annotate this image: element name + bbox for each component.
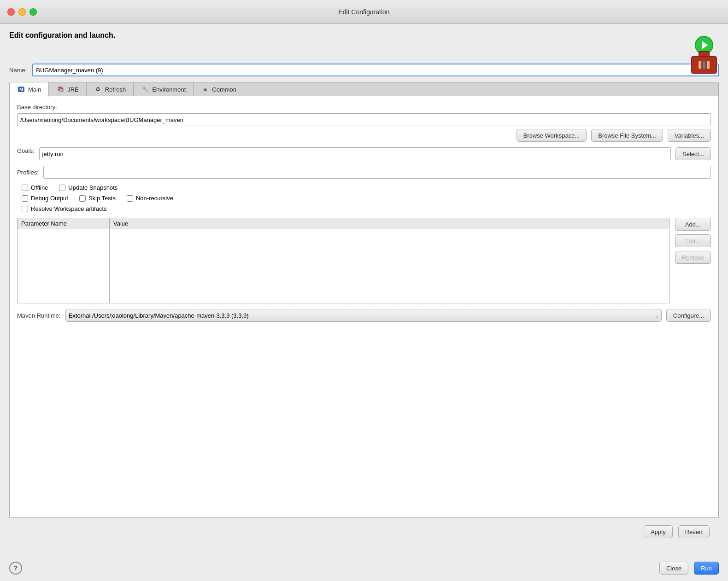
debug-output-checkbox[interactable] xyxy=(22,195,28,202)
checkbox-row-2: Debug Output Skip Tests Non-recursive xyxy=(22,195,711,202)
tab-refresh-label: Refresh xyxy=(105,86,126,93)
minimize-window-btn[interactable] xyxy=(18,8,26,16)
tab-common-label: Common xyxy=(212,86,236,93)
tab-refresh[interactable]: ♻ Refresh xyxy=(87,82,134,96)
debug-output-checkbox-item[interactable]: Debug Output xyxy=(22,195,68,202)
add-param-btn[interactable]: Add... xyxy=(675,218,711,231)
header-title: Edit configuration and launch. xyxy=(9,31,115,40)
toolbox-icon xyxy=(691,56,717,74)
window-title: Edit Configuration xyxy=(338,8,389,16)
params-action-buttons: Add... Edit... Remove xyxy=(675,218,711,303)
param-col-name-header: Parameter Name xyxy=(18,218,110,229)
maven-runtime-select[interactable]: External /Users/xiaolong/Library/Maven/a… xyxy=(65,309,662,322)
offline-checkbox-item[interactable]: Offline xyxy=(22,184,48,191)
update-snapshots-label: Update Snapshots xyxy=(68,184,117,191)
help-icon: ? xyxy=(14,564,18,572)
parameters-section: Parameter Name Value Add... Edit... Remo… xyxy=(17,218,711,303)
base-directory-input[interactable] xyxy=(17,113,711,126)
skip-tests-checkbox[interactable] xyxy=(79,195,86,202)
tab-main-label: Main xyxy=(28,86,41,93)
jre-tab-icon: 📚 xyxy=(56,85,65,93)
dialog-body: Name: M Main 📚 JRE ♻ Refresh 🔧 Environme… xyxy=(0,64,728,555)
name-row: Name: xyxy=(9,64,719,76)
non-recursive-label: Non-recursive xyxy=(136,195,173,202)
params-name-col xyxy=(18,229,110,303)
debug-output-label: Debug Output xyxy=(31,195,68,202)
resolve-workspace-checkbox-item[interactable]: Resolve Workspace artifacts xyxy=(22,205,107,212)
browse-filesystem-btn[interactable]: Browse File System... xyxy=(591,129,663,142)
skip-tests-checkbox-item[interactable]: Skip Tests xyxy=(79,195,116,202)
footer: ? Close Run xyxy=(0,555,728,581)
apply-btn[interactable]: Apply xyxy=(644,525,673,538)
bottom-buttons: Apply Revert xyxy=(9,518,719,546)
param-col-value-header: Value xyxy=(110,218,669,229)
goals-input[interactable] xyxy=(39,147,671,160)
tab-common[interactable]: ≡ Common xyxy=(194,82,244,96)
main-content: Edit configuration and launch. Name: xyxy=(0,24,728,555)
update-snapshots-checkbox[interactable] xyxy=(59,185,65,191)
params-table-header: Parameter Name Value xyxy=(18,218,669,229)
header-area: Edit configuration and launch. xyxy=(0,24,728,64)
parameters-table: Parameter Name Value xyxy=(17,218,669,303)
non-recursive-checkbox-item[interactable]: Non-recursive xyxy=(127,195,173,202)
tab-main[interactable]: M Main xyxy=(10,82,49,97)
non-recursive-checkbox[interactable] xyxy=(127,195,133,202)
revert-btn[interactable]: Revert xyxy=(678,525,710,538)
tab-jre[interactable]: 📚 JRE xyxy=(49,82,87,96)
checkbox-row-1: Offline Update Snapshots xyxy=(22,184,711,191)
update-snapshots-checkbox-item[interactable]: Update Snapshots xyxy=(59,184,117,191)
close-window-btn[interactable] xyxy=(7,8,15,16)
name-input[interactable] xyxy=(32,64,719,76)
maven-runtime-row: Maven Runtime: External /Users/xiaolong/… xyxy=(17,309,711,322)
tab-environment[interactable]: 🔧 Environment xyxy=(134,82,194,96)
environment-tab-icon: 🔧 xyxy=(141,85,149,93)
remove-param-btn[interactable]: Remove xyxy=(675,251,711,264)
maven-runtime-label: Maven Runtime: xyxy=(17,312,61,319)
maven-runtime-wrapper: External /Users/xiaolong/Library/Maven/a… xyxy=(65,309,662,322)
window-controls xyxy=(7,8,37,16)
checkbox-row-3: Resolve Workspace artifacts xyxy=(22,205,711,212)
common-tab-icon: ≡ xyxy=(201,85,209,93)
run-btn[interactable]: Run xyxy=(694,562,719,575)
main-tab-icon: M xyxy=(17,85,25,93)
goals-row: Goals: Select... xyxy=(17,147,711,160)
checkboxes-section: Offline Update Snapshots Debug Output Sk… xyxy=(17,184,711,212)
profiles-input[interactable] xyxy=(43,166,711,179)
title-bar: Edit Configuration xyxy=(0,0,728,24)
browse-workspace-btn[interactable]: Browse Workspace... xyxy=(517,129,587,142)
profiles-row: Profiles: xyxy=(17,166,711,179)
refresh-tab-icon: ♻ xyxy=(94,85,102,93)
offline-checkbox[interactable] xyxy=(22,185,28,191)
browse-row: Browse Workspace... Browse File System..… xyxy=(17,129,711,142)
select-goals-btn[interactable]: Select... xyxy=(675,147,711,160)
edit-param-btn[interactable]: Edit... xyxy=(675,234,711,247)
base-directory-label: Base directory: xyxy=(17,104,711,110)
params-value-col xyxy=(110,229,669,303)
resolve-workspace-checkbox[interactable] xyxy=(22,206,28,212)
variables-btn[interactable]: Variables... xyxy=(668,129,711,142)
skip-tests-label: Skip Tests xyxy=(88,195,116,202)
help-button[interactable]: ? xyxy=(9,562,22,575)
goals-label: Goals: xyxy=(17,147,35,154)
profiles-label: Profiles: xyxy=(17,169,39,176)
header-icons xyxy=(691,36,714,59)
tab-content-main: Base directory: Browse Workspace... Brow… xyxy=(9,96,719,518)
tab-jre-label: JRE xyxy=(67,86,79,93)
resolve-workspace-label: Resolve Workspace artifacts xyxy=(31,205,107,212)
close-btn[interactable]: Close xyxy=(659,562,688,575)
tab-environment-label: Environment xyxy=(152,86,186,93)
tab-bar: M Main 📚 JRE ♻ Refresh 🔧 Environment ≡ C… xyxy=(9,82,719,96)
footer-right-buttons: Close Run xyxy=(659,562,719,575)
name-label: Name: xyxy=(9,67,27,74)
params-table-body xyxy=(18,229,669,303)
base-directory-section: Base directory: Browse Workspace... Brow… xyxy=(17,104,711,142)
configure-maven-btn[interactable]: Configure... xyxy=(666,309,711,322)
maximize-window-btn[interactable] xyxy=(29,8,37,16)
offline-label: Offline xyxy=(31,184,48,191)
